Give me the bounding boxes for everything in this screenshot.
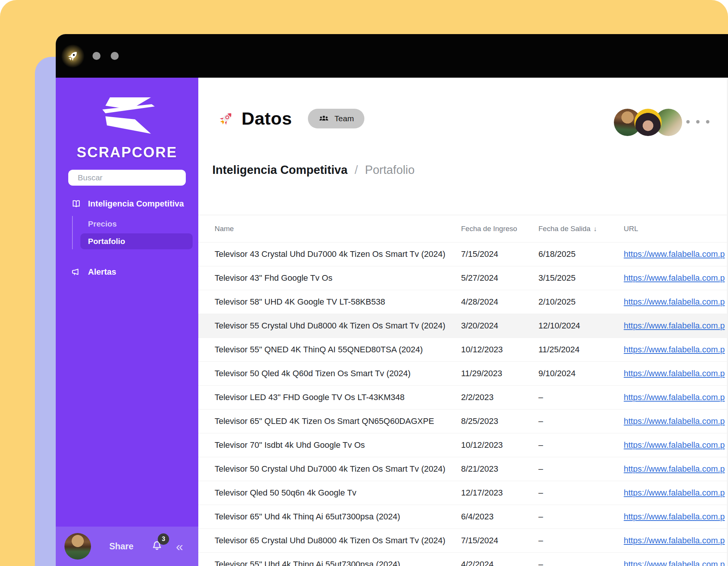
column-header-name[interactable]: Name bbox=[215, 225, 461, 233]
sidebar-item-precios[interactable]: Precios bbox=[73, 216, 198, 232]
user-avatar[interactable] bbox=[64, 533, 91, 560]
table-row[interactable]: Televisor 55 Crystal Uhd Du8000 4k Tizen… bbox=[198, 314, 727, 338]
table-row[interactable]: Televisor 65" QLED 4K Tizen Os Smart QN6… bbox=[198, 410, 727, 433]
table-row[interactable]: Televisor 43" Fhd Google Tv Os 5/27/2024… bbox=[198, 266, 727, 290]
cell-url: https://www.falabella.com.p bbox=[624, 416, 727, 426]
table-header-row: Name Fecha de Ingreso Fecha de Salida↓ U… bbox=[198, 215, 727, 242]
table-row[interactable]: Televisor 70" Isdbt 4k Uhd Google Tv Os … bbox=[198, 433, 727, 457]
column-header-fecha-salida[interactable]: Fecha de Salida↓ bbox=[538, 225, 624, 233]
collapse-sidebar-button[interactable]: « bbox=[176, 540, 183, 553]
product-url-link[interactable]: https://www.falabella.com.p bbox=[624, 297, 725, 306]
product-url-link[interactable]: https://www.falabella.com.p bbox=[624, 249, 725, 259]
cell-fecha-salida: – bbox=[538, 440, 624, 450]
breadcrumb-parent[interactable]: Inteligencia Competitiva bbox=[212, 163, 348, 177]
scrapcore-logo-icon bbox=[94, 97, 160, 135]
window-control-dot[interactable] bbox=[93, 52, 100, 60]
table-row[interactable]: Televisor 65 Crystal Uhd Du8000 4k Tizen… bbox=[198, 529, 727, 553]
product-url-link[interactable]: https://www.falabella.com.p bbox=[624, 512, 725, 521]
team-button[interactable]: Team bbox=[308, 109, 364, 128]
cell-fecha-salida: – bbox=[538, 488, 624, 498]
cell-product-name: Televisor Qled 50 50q6n 4k Google Tv bbox=[215, 488, 461, 498]
window-control-dot[interactable] bbox=[111, 52, 119, 60]
cell-product-name: Televisor 70" Isdbt 4k Uhd Google Tv Os bbox=[215, 440, 461, 450]
table-body: Televisor 43 Crystal Uhd Du7000 4k Tizen… bbox=[198, 242, 727, 566]
cell-product-name: Televisor 43" Fhd Google Tv Os bbox=[215, 273, 461, 283]
app-body: SCRAPCORE Inteligencia Competitiva bbox=[56, 78, 728, 566]
product-url-link[interactable]: https://www.falabella.com.p bbox=[624, 321, 725, 330]
cell-product-name: Televisor 43 Crystal Uhd Du7000 4k Tizen… bbox=[215, 249, 461, 259]
cell-product-name: Televisor 58" UHD 4K Google TV LT-58KB53… bbox=[215, 297, 461, 307]
table-row[interactable]: Televisor 43 Crystal Uhd Du7000 4k Tizen… bbox=[198, 242, 727, 266]
product-url-link[interactable]: https://www.falabella.com.p bbox=[624, 392, 725, 402]
cell-url: https://www.falabella.com.p bbox=[624, 488, 727, 498]
table-row[interactable]: Televisor 55" Uhd 4k Thinq Ai 55ut7300ps… bbox=[198, 553, 727, 566]
search-icon bbox=[74, 173, 74, 182]
cell-fecha-salida: – bbox=[538, 464, 624, 474]
sidebar-item-alertas[interactable]: Alertas bbox=[56, 264, 198, 280]
cell-fecha-salida: – bbox=[538, 560, 624, 566]
cell-fecha-salida: – bbox=[538, 536, 624, 546]
page-title: Datos bbox=[242, 108, 292, 129]
cell-url: https://www.falabella.com.p bbox=[624, 297, 727, 307]
cell-fecha-ingreso: 4/28/2024 bbox=[461, 297, 538, 307]
screen: SCRAPCORE Inteligencia Competitiva bbox=[0, 0, 728, 566]
product-url-link[interactable]: https://www.falabella.com.p bbox=[624, 536, 725, 545]
sidebar-item-inteligencia-competitiva[interactable]: Inteligencia Competitiva bbox=[56, 195, 198, 212]
breadcrumb-current: Portafolio bbox=[365, 163, 414, 177]
cell-fecha-ingreso: 8/25/2023 bbox=[461, 416, 538, 426]
notifications-button[interactable]: 3 bbox=[150, 539, 164, 554]
sidebar-footer: Share 3 « bbox=[56, 527, 198, 566]
cell-product-name: Televisor LED 43" FHD Google TV Os LT-43… bbox=[215, 392, 461, 402]
search-input[interactable] bbox=[78, 173, 180, 182]
megaphone-icon bbox=[71, 267, 82, 277]
rocket-app-icon[interactable] bbox=[61, 44, 85, 68]
more-options-button[interactable] bbox=[686, 120, 709, 124]
page-header: Datos Team bbox=[217, 108, 364, 129]
product-url-link[interactable]: https://www.falabella.com.p bbox=[624, 560, 725, 566]
table-row[interactable]: Televisor LED 43" FHD Google TV Os LT-43… bbox=[198, 386, 727, 410]
cell-fecha-salida: – bbox=[538, 392, 624, 402]
product-url-link[interactable]: https://www.falabella.com.p bbox=[624, 273, 725, 283]
cell-fecha-salida: 6/18/2025 bbox=[538, 249, 624, 259]
nav-label: Portafolio bbox=[88, 237, 125, 246]
column-header-fecha-ingreso[interactable]: Fecha de Ingreso bbox=[461, 225, 538, 233]
sidebar-item-portafolio[interactable]: Portafolio bbox=[80, 233, 193, 249]
product-url-link[interactable]: https://www.falabella.com.p bbox=[624, 369, 725, 378]
cell-fecha-salida: 2/10/2025 bbox=[538, 297, 624, 307]
cell-product-name: Televisor 50 Qled 4k Q60d Tizen Os Smart… bbox=[215, 369, 461, 378]
cell-fecha-ingreso: 11/29/2023 bbox=[461, 369, 538, 378]
book-icon bbox=[71, 199, 82, 209]
nav-label: Precios bbox=[88, 219, 117, 228]
table-row[interactable]: Televisor 55" QNED 4K ThinQ AI 55QNED80T… bbox=[198, 338, 727, 362]
team-people-icon bbox=[318, 113, 329, 124]
cell-fecha-ingreso: 4/2/2024 bbox=[461, 560, 538, 566]
sidebar-search[interactable] bbox=[68, 170, 186, 186]
cell-fecha-ingreso: 12/17/2023 bbox=[461, 488, 538, 498]
ellipsis-icon bbox=[686, 120, 690, 124]
cell-fecha-salida: – bbox=[538, 512, 624, 522]
avatar[interactable] bbox=[634, 109, 662, 136]
brand-name: SCRAPCORE bbox=[56, 144, 198, 161]
sidebar-nav: Inteligencia Competitiva Precios Portafo… bbox=[56, 195, 198, 280]
table-row[interactable]: Televisor 65" Uhd 4k Thinq Ai 65ut7300ps… bbox=[198, 505, 727, 529]
app-window: SCRAPCORE Inteligencia Competitiva bbox=[56, 34, 728, 566]
cell-fecha-ingreso: 2/2/2023 bbox=[461, 392, 538, 402]
column-header-url[interactable]: URL bbox=[624, 225, 727, 233]
table-row[interactable]: Televisor 50 Qled 4k Q60d Tizen Os Smart… bbox=[198, 362, 727, 386]
product-url-link[interactable]: https://www.falabella.com.p bbox=[624, 345, 725, 354]
product-url-link[interactable]: https://www.falabella.com.p bbox=[624, 464, 725, 474]
table-row[interactable]: Televisor 50 Crystal Uhd Du7000 4k Tizen… bbox=[198, 457, 727, 481]
product-url-link[interactable]: https://www.falabella.com.p bbox=[624, 416, 725, 426]
product-url-link[interactable]: https://www.falabella.com.p bbox=[624, 488, 725, 497]
cell-fecha-ingreso: 10/12/2023 bbox=[461, 345, 538, 355]
table-row[interactable]: Televisor 58" UHD 4K Google TV LT-58KB53… bbox=[198, 290, 727, 314]
share-button[interactable]: Share bbox=[109, 541, 133, 552]
rocket-icon bbox=[64, 47, 82, 65]
cell-url: https://www.falabella.com.p bbox=[624, 560, 727, 566]
cell-url: https://www.falabella.com.p bbox=[624, 369, 727, 378]
cell-fecha-ingreso: 3/20/2024 bbox=[461, 321, 538, 331]
table-row[interactable]: Televisor Qled 50 50q6n 4k Google Tv 12/… bbox=[198, 481, 727, 505]
cell-fecha-ingreso: 6/4/2023 bbox=[461, 512, 538, 522]
product-url-link[interactable]: https://www.falabella.com.p bbox=[624, 440, 725, 450]
cell-fecha-ingreso: 7/15/2024 bbox=[461, 249, 538, 259]
